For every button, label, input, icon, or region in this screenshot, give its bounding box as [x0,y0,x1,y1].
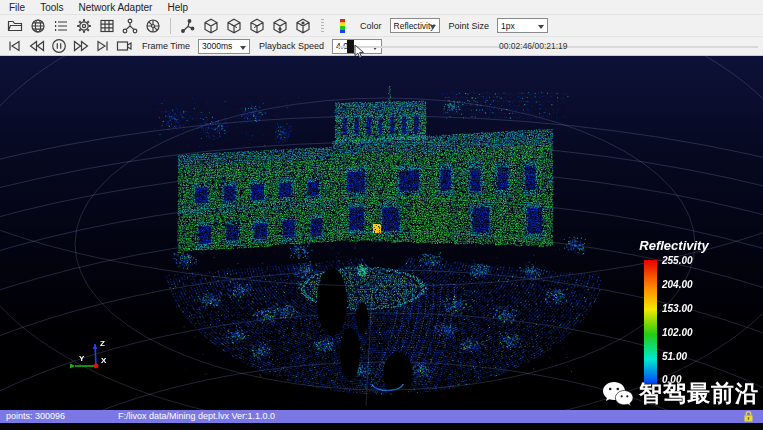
point-size-select[interactable]: 1px [497,18,548,33]
livox-viewer-window: File Tools Network Adapter Help [0,0,763,430]
axis-label-z: Z [100,339,105,348]
skip-start-icon[interactable] [6,38,23,54]
watermark-text: 智驾最前沿 [639,378,759,409]
status-points-count: points: 300096 [6,411,65,421]
bottom-strip [0,423,763,430]
axis-label-x: X [101,356,107,365]
legend-tick: 255.00 [662,255,693,266]
menu-tools[interactable]: Tools [40,2,63,13]
axis-triad: Y Z X [55,330,119,382]
chevron-down-icon [240,46,246,50]
mouse-cursor-icon [354,44,365,59]
axis-label-y: Y [79,354,85,363]
color-label: Color [360,21,382,31]
point-size-select-value: 1px [501,21,515,31]
cube-view-3-icon[interactable] [248,17,266,35]
pick-point-icon[interactable] [179,17,197,35]
toolbar-main: Color Reflectivity Point Size 1px [0,14,763,36]
skip-end-icon[interactable] [94,38,111,54]
wechat-icon [602,380,634,407]
frame-time-label: Frame Time [142,41,190,51]
color-select[interactable]: Reflectivity [390,18,440,33]
colorbar-icon[interactable] [333,17,351,35]
device-tree-icon[interactable] [121,17,139,35]
legend-tick: 204.00 [662,279,693,290]
timeline-slider-handle[interactable] [347,40,354,53]
legend-tick: 153.00 [662,303,693,314]
legend-colorbar [644,260,657,384]
chevron-down-icon [430,25,436,29]
chevron-down-icon [538,25,544,29]
toolbar-grip [321,19,324,33]
viewport-3d[interactable]: Y Z X Reflectivity 255.00 204.00 153.00 … [0,56,763,410]
cube-view-4-icon[interactable] [271,17,289,35]
x-axis-dot [94,364,99,369]
menu-help[interactable]: Help [167,2,188,13]
open-file-icon[interactable] [6,17,24,35]
legend-title: Reflectivity [624,238,724,253]
status-bar: points: 300096 F:/livox data/Mining dept… [0,410,763,423]
color-select-value: Reflectivity [394,21,435,31]
legend-tick: 51.00 [662,351,687,362]
menu-file[interactable]: File [9,2,25,13]
lock-icon [743,411,754,422]
point-size-label: Point Size [449,21,490,31]
fast-forward-icon[interactable] [72,38,89,54]
wheel-view-icon[interactable] [144,17,162,35]
record-camera-icon[interactable] [116,38,133,54]
frame-time-value: 3000ms [202,41,232,51]
cube-view-1-icon[interactable] [202,17,220,35]
toolbar-separator [170,18,171,34]
grid-table-icon[interactable] [98,17,116,35]
menu-network-adapter[interactable]: Network Adapter [78,2,152,13]
cube-view-2-icon[interactable] [225,17,243,35]
frame-time-select[interactable]: 3000ms [198,39,250,54]
list-view-icon[interactable] [52,17,70,35]
status-file-path: F:/livox data/Mining dept.lvx Ver:1.1.0.… [118,411,275,421]
sphere-view-icon[interactable] [29,17,47,35]
rewind-icon[interactable] [28,38,45,54]
settings-gear-icon[interactable] [75,17,93,35]
playback-time: 00:02:46/00:21:19 [499,41,568,51]
legend-tick: 102.00 [662,327,693,338]
pause-icon[interactable] [50,38,67,54]
watermark: 智驾最前沿 [602,378,759,409]
cube-view-5-icon[interactable] [294,17,312,35]
menu-bar: File Tools Network Adapter Help [0,0,763,14]
playback-speed-label: Playback Speed [259,41,324,51]
